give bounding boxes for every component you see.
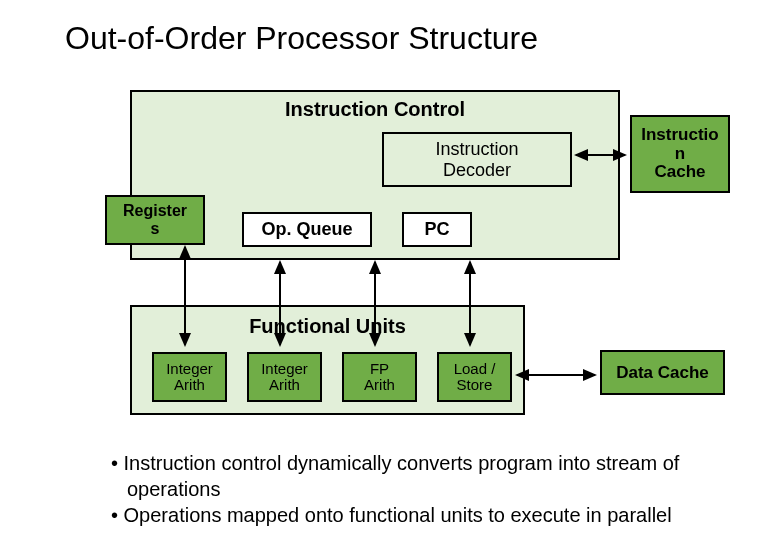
bullet-list: Instruction control dynamically converts… <box>55 450 735 528</box>
bullet-item: Instruction control dynamically converts… <box>95 450 735 502</box>
fu-integer-arith-1: IntegerArith <box>152 352 227 402</box>
fu-fp-arith: FPArith <box>342 352 417 402</box>
op-queue-box: Op. Queue <box>242 212 372 247</box>
instruction-cache-block: InstructionCache <box>630 115 730 193</box>
functional-units-group: Functional Units IntegerArith IntegerAri… <box>130 305 525 415</box>
instruction-decoder-box: InstructionDecoder <box>382 132 572 187</box>
registers-block: Registers <box>105 195 205 245</box>
slide-title: Out-of-Order Processor Structure <box>65 20 538 57</box>
data-cache-block: Data Cache <box>600 350 725 395</box>
fu-integer-arith-2: IntegerArith <box>247 352 322 402</box>
bullet-item: Operations mapped onto functional units … <box>95 502 735 528</box>
fu-load-store: Load /Store <box>437 352 512 402</box>
instruction-control-label: Instruction Control <box>132 98 618 121</box>
pc-box: PC <box>402 212 472 247</box>
functional-units-label: Functional Units <box>132 315 523 338</box>
